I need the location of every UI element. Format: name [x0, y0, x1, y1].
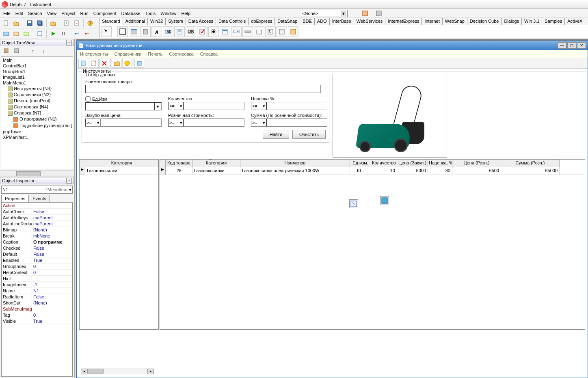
prop-row[interactable]: AutoHotkeysmaParent: [2, 215, 72, 221]
trace-button[interactable]: [72, 29, 81, 38]
tab-additional[interactable]: Additional: [123, 18, 148, 25]
edizm-dropdown[interactable]: ▾: [154, 102, 162, 110]
datasource-icon[interactable]: [349, 199, 358, 208]
check-edizm[interactable]: [85, 96, 91, 102]
menu-help[interactable]: Help: [181, 11, 190, 16]
tab-rave[interactable]: Rav: [585, 18, 588, 25]
remove-file-button[interactable]: -: [72, 19, 81, 28]
prop-row[interactable]: Hint: [2, 276, 72, 282]
panel-icon[interactable]: [277, 26, 287, 37]
input-summa[interactable]: [266, 119, 327, 127]
arrow-icon[interactable]: [101, 26, 112, 37]
grid-header-cell[interactable]: Наценка, %: [428, 160, 452, 167]
grid-header-cell[interactable]: Сумма (Розн.): [501, 160, 560, 167]
tree-btn-1[interactable]: [2, 46, 11, 55]
radiogroup-icon[interactable]: [265, 26, 276, 37]
menu-tools[interactable]: Tools: [145, 11, 156, 16]
maximize-button[interactable]: ◻: [567, 42, 576, 49]
input-kolvo[interactable]: [184, 102, 244, 110]
treeview-pin-button[interactable]: ▫: [66, 40, 72, 45]
close-button[interactable]: ✕: [577, 42, 586, 49]
category-hscroll[interactable]: ◂ ▸: [81, 368, 154, 374]
toggle-button[interactable]: [22, 29, 31, 38]
clear-button[interactable]: Очистить: [292, 130, 326, 139]
prop-row[interactable]: GroupIndex0: [2, 264, 72, 270]
prop-row[interactable]: Action: [2, 203, 72, 209]
prop-value[interactable]: (None): [32, 227, 72, 233]
tab-dataaccess[interactable]: Data Access: [186, 18, 216, 25]
mainmenu-icon[interactable]: [129, 26, 139, 37]
op-zakup[interactable]: >=▾: [85, 119, 101, 127]
prop-value[interactable]: maParent: [32, 221, 72, 227]
tab-standard[interactable]: Standard: [99, 18, 123, 25]
prop-row[interactable]: NameN1: [2, 288, 72, 294]
tree-up-button[interactable]: ↑: [28, 46, 37, 55]
project-combo[interactable]: <None>▾: [301, 10, 348, 17]
tree-item[interactable]: Справочники {N2}: [2, 92, 72, 98]
listbox-icon[interactable]: [220, 26, 230, 37]
tab-properties[interactable]: Properties: [1, 195, 29, 202]
actionlist-icon[interactable]: [288, 26, 298, 37]
dataset-icon[interactable]: [380, 196, 389, 205]
toolbar-icon-b[interactable]: [374, 9, 383, 18]
grid-header-cell[interactable]: Ед.изм.: [350, 160, 371, 167]
grid-header-cell[interactable]: Наименов: [240, 160, 350, 167]
view-unit-button[interactable]: [2, 29, 11, 38]
prop-value[interactable]: False: [32, 294, 72, 300]
tree-item[interactable]: GroupBox1: [2, 69, 72, 74]
tab-win31[interactable]: Win 3.1: [521, 18, 542, 25]
save-all-button[interactable]: [35, 19, 44, 28]
ctb-1[interactable]: [78, 59, 88, 68]
input-nacenka[interactable]: [266, 102, 327, 110]
ctb-3[interactable]: [99, 59, 109, 68]
prop-row[interactable]: ShortCut(None): [2, 300, 72, 306]
child-title-bar[interactable]: 📄 База данных инструментов — ◻ ✕: [77, 41, 588, 50]
cmenu-sort[interactable]: Сортировка: [169, 52, 193, 56]
tab-interbase[interactable]: InterBase: [329, 18, 354, 25]
prop-value[interactable]: False: [32, 245, 72, 251]
menu-database[interactable]: Database: [121, 11, 141, 16]
button-icon[interactable]: OK: [186, 26, 196, 37]
add-file-button[interactable]: +: [62, 19, 71, 28]
memo-icon[interactable]: [174, 26, 185, 37]
input-rozn[interactable]: [184, 119, 244, 127]
tree-item[interactable]: Печать {mnuPrint}: [2, 98, 72, 104]
prop-value[interactable]: N1: [32, 288, 72, 294]
prop-row[interactable]: AutoCheckFalse: [2, 209, 72, 215]
tree-item[interactable]: popTovar: [2, 129, 72, 134]
input-zakup[interactable]: [101, 119, 162, 127]
menu-view[interactable]: View: [47, 11, 57, 16]
tree-item[interactable]: Сортировка {N4}: [2, 104, 72, 110]
ctb-2[interactable]: [89, 59, 99, 68]
grid-header-cell[interactable]: Код товара: [166, 160, 192, 167]
save-button[interactable]: [25, 19, 34, 28]
menu-component[interactable]: Component: [93, 11, 117, 16]
prop-row[interactable]: SubMenuImage: [2, 306, 72, 312]
view-form-button[interactable]: [12, 29, 21, 38]
op-kolvo[interactable]: >=▾: [168, 102, 184, 110]
treeview-body[interactable]: MainControlBar1GroupBox1ImageList1MainMe…: [1, 56, 73, 169]
prop-row[interactable]: VisibleTrue: [2, 318, 72, 324]
tree-down-button[interactable]: ↓: [39, 46, 48, 55]
tree-item[interactable]: Инструменты {N3}: [2, 86, 72, 92]
menu-project[interactable]: Project: [61, 11, 75, 16]
treeview-hscroll[interactable]: [0, 170, 74, 177]
tree-item[interactable]: XPManifest1: [2, 134, 72, 140]
prop-row[interactable]: EnabledTrue: [2, 257, 72, 264]
tab-system[interactable]: System: [165, 18, 186, 25]
input-edizm[interactable]: [85, 102, 154, 110]
prop-value[interactable]: 0: [32, 312, 72, 318]
input-name[interactable]: [85, 85, 321, 93]
prop-value[interactable]: False: [32, 209, 72, 214]
pause-button[interactable]: [59, 29, 68, 38]
tree-item[interactable]: Подробное руководство {: [2, 123, 72, 129]
prop-value[interactable]: [32, 203, 72, 208]
grid-header-cell[interactable]: Цена (Закуп.): [397, 160, 428, 167]
scrollbar-icon[interactable]: [242, 26, 253, 37]
run-button[interactable]: [49, 29, 58, 38]
cmenu-references[interactable]: Справочники: [115, 52, 142, 56]
cmenu-print[interactable]: Печать: [148, 52, 162, 56]
tab-bde[interactable]: BDE: [300, 18, 315, 25]
prop-value[interactable]: [32, 276, 72, 281]
tab-activex[interactable]: ActiveX: [564, 18, 585, 25]
